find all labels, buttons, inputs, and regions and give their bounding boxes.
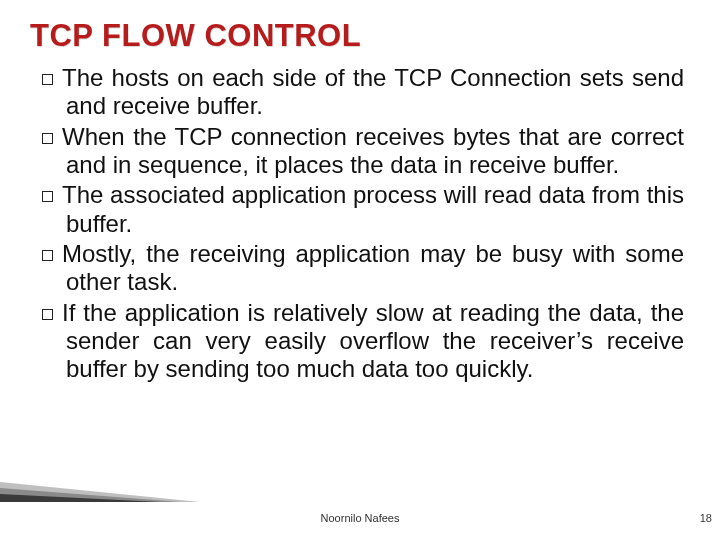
bullet-text: The hosts on each side of the TCP Connec… [62, 64, 684, 119]
square-bullet-icon [42, 74, 53, 85]
svg-marker-2 [0, 494, 160, 502]
bullet-item: When the TCP connection receives bytes t… [36, 123, 684, 180]
square-bullet-icon [42, 309, 53, 320]
decorative-wedge-icon [0, 468, 200, 502]
square-bullet-icon [42, 250, 53, 261]
bullet-text: Mostly, the receiving application may be… [62, 240, 684, 295]
bullet-text: The associated application process will … [62, 181, 684, 236]
bullet-text: When the TCP connection receives bytes t… [62, 123, 684, 178]
square-bullet-icon [42, 191, 53, 202]
square-bullet-icon [42, 133, 53, 144]
bullet-text: If the application is relatively slow at… [62, 299, 684, 383]
svg-marker-0 [0, 482, 200, 502]
slide-title: TCP FLOW CONTROL [30, 18, 690, 54]
footer-author: Noornilo Nafees [0, 512, 720, 524]
slide: TCP FLOW CONTROL The hosts on each side … [0, 0, 720, 540]
page-number: 18 [700, 512, 712, 524]
bullet-item: Mostly, the receiving application may be… [36, 240, 684, 297]
svg-marker-1 [0, 488, 180, 502]
bullet-item: If the application is relatively slow at… [36, 299, 684, 384]
bullet-item: The hosts on each side of the TCP Connec… [36, 64, 684, 121]
slide-body: The hosts on each side of the TCP Connec… [30, 64, 690, 383]
bullet-item: The associated application process will … [36, 181, 684, 238]
